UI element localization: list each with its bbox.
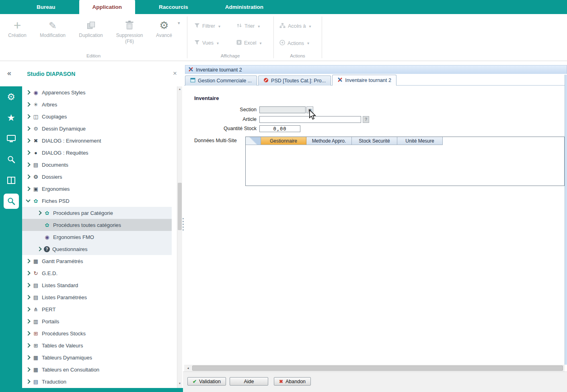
tree-item[interactable]: ▤ Traduction [22, 376, 172, 388]
tab-gestion-commerciale[interactable]: Gestion Commerciale ... [185, 76, 257, 86]
ribbon-tab[interactable]: Application [79, 0, 136, 14]
tree-item[interactable]: ✿ Procédures par Catégorie [22, 207, 172, 219]
tree-item-icon: ◉ [32, 90, 40, 96]
table-corner-select-all[interactable] [246, 137, 261, 145]
chevron-right-icon[interactable] [25, 282, 31, 288]
horizontal-scrollbar[interactable]: ◂ [184, 365, 565, 372]
chevron-right-icon[interactable] [25, 355, 31, 360]
chevron-right-icon[interactable] [25, 114, 31, 119]
chevron-right-icon[interactable] [25, 343, 31, 348]
chevron-right-icon[interactable] [25, 318, 31, 324]
tree-item[interactable]: ✖ DIALOG : Environnement [22, 135, 172, 147]
splitter-handle[interactable] [183, 218, 184, 232]
chevron-right-icon[interactable] [37, 210, 42, 216]
modules-icon[interactable] [0, 170, 22, 191]
chevron-right-icon[interactable] [25, 174, 31, 180]
table-column-header[interactable]: Unité Mesure [397, 137, 443, 145]
ribbon-separator [187, 16, 187, 58]
chevron-right-icon[interactable] [25, 162, 31, 167]
tree-item[interactable]: ✳ Arbres [22, 98, 172, 110]
scroll-up-icon[interactable]: ▲ [177, 88, 182, 90]
section-input[interactable] [259, 106, 306, 113]
tree-item[interactable]: ▦ Gantt Paramétrés [22, 255, 172, 267]
tree-item[interactable]: ⊞ Tables de Valeurs [22, 339, 172, 351]
filtrer-button[interactable]: Filtrer ▾ [194, 23, 220, 29]
close-sidebar-icon[interactable]: × [173, 69, 177, 78]
vues-button[interactable]: Vues ▾ [194, 40, 219, 46]
tree-item[interactable]: ↻ G.E.D. [22, 267, 172, 279]
tree-item[interactable]: ▤ Listes Paramétrées [22, 291, 172, 303]
settings-gear-icon[interactable]: ⚙ [0, 86, 22, 107]
scroll-down-icon[interactable]: ▼ [177, 382, 182, 385]
tab-inventaire-tournant[interactable]: Inventaire tournant 2 [332, 75, 396, 86]
avance-button[interactable]: ⚙ Avancé [152, 18, 176, 39]
table-column-header[interactable]: Stock Securité [352, 137, 397, 145]
chevron-right-icon[interactable] [25, 306, 31, 312]
actions-button[interactable]: Actions ▾ [279, 40, 309, 47]
qty-input[interactable] [259, 125, 300, 132]
section-lookup-button[interactable]: ▦ [306, 106, 313, 113]
chevron-right-icon[interactable] [25, 90, 31, 95]
chevron-right-icon[interactable] [25, 126, 31, 131]
tree-item[interactable]: ◫ Couplages [22, 110, 172, 122]
tree-scrollbar[interactable]: ▲ ▼ [177, 86, 182, 388]
tree-item[interactable]: ❂ Dossiers [22, 171, 172, 183]
tree-item[interactable]: ▤ Documents [22, 159, 172, 171]
tab-psd-toutes-cat[interactable]: PSD [Toutes Cat.]: Pro... [258, 76, 331, 86]
chevron-right-icon[interactable] [25, 258, 31, 264]
favorites-star-icon[interactable]: ★ [0, 107, 22, 128]
duplication-button[interactable]: Duplication [72, 18, 109, 39]
chevron-right-icon[interactable] [25, 294, 31, 300]
modification-button[interactable]: ✎ Modification [35, 18, 71, 39]
chevron-right-icon[interactable] [25, 138, 31, 143]
search-icon[interactable] [0, 149, 22, 170]
table-column-header[interactable]: Gestionnaire [261, 137, 306, 145]
avance-dropdown-icon[interactable]: ▾ [178, 20, 180, 26]
chevron-right-icon[interactable] [25, 186, 31, 192]
article-input[interactable] [259, 116, 361, 123]
tree-item[interactable]: ▤ Listes Standard [22, 279, 172, 291]
tree-item[interactable]: ▥ Portails [22, 315, 172, 327]
collapse-sidebar-icon[interactable]: « [7, 69, 11, 78]
table-column-header[interactable]: Methode Appro. [306, 137, 352, 145]
aide-button[interactable]: Aide [230, 377, 268, 386]
scroll-left-icon[interactable]: ◂ [185, 365, 191, 371]
tree-item[interactable]: ⋔ PERT [22, 303, 172, 315]
chevron-right-icon[interactable] [37, 246, 42, 252]
tree-item[interactable]: ▣ Ergonomies [22, 183, 172, 195]
right-scrollbar[interactable] [565, 75, 567, 365]
tree-item-label: Couplages [42, 114, 67, 120]
tree-item[interactable]: ▦ Tableurs Dynamiques [22, 351, 172, 363]
desktop-icon[interactable] [0, 128, 22, 149]
tree-item[interactable]: ? Questionnaires [22, 243, 172, 255]
ribbon-tab[interactable]: Bureau [23, 0, 69, 14]
article-help-button[interactable]: ? [363, 116, 369, 123]
tree-item[interactable]: ✿ Fiches PSD [22, 195, 172, 207]
chevron-right-icon[interactable] [25, 367, 31, 372]
chevron-right-icon[interactable] [25, 379, 31, 384]
chevron-right-icon[interactable] [25, 331, 31, 336]
tree-item[interactable]: ✿ Procédures toutes catégories [22, 219, 172, 231]
trier-button[interactable]: Trier ▾ [236, 23, 260, 29]
horizontal-scrollbar-thumb[interactable] [192, 365, 563, 371]
chevron-right-icon[interactable] [25, 270, 31, 276]
creation-button[interactable]: + Création [4, 18, 31, 39]
validation-button[interactable]: ✔ Validation [187, 377, 226, 386]
tree-item[interactable]: ◉ Ergonomies FMO [22, 231, 172, 243]
ribbon-tab[interactable]: Administration [212, 0, 277, 14]
tree-item[interactable]: ▦ Tableurs en Consultation [22, 363, 172, 376]
suppression-button[interactable]: Suppression (F6) [110, 18, 149, 45]
tree-item[interactable]: ● DIALOG : Requêtes [22, 147, 172, 159]
acces-a-button[interactable]: Accès à ▾ [279, 23, 311, 29]
chevron-right-icon[interactable] [25, 102, 31, 107]
chevron-right-icon[interactable] [25, 150, 31, 155]
ribbon-tab[interactable]: Raccourcis [146, 0, 201, 14]
tree-item[interactable]: ⊞ Procédures Stocks [22, 327, 172, 339]
explorer-search-icon[interactable] [0, 191, 22, 212]
excel-button[interactable]: Excel ▾ [236, 40, 262, 46]
tree-scrollbar-thumb[interactable] [178, 183, 182, 230]
chevron-right-icon[interactable] [25, 198, 31, 204]
tree-item[interactable]: ◉ Apparences Styles [22, 86, 172, 98]
tree-item[interactable]: ⚙ Dessin Dynamique [22, 122, 172, 135]
abandon-button[interactable]: ✖ Abandon [274, 377, 311, 386]
